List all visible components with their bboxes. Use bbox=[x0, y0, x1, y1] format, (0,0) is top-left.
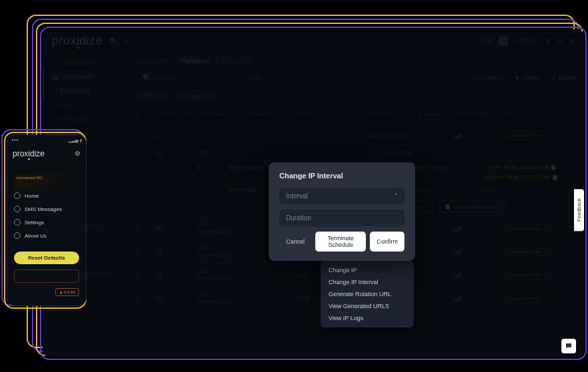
row-checkbox[interactable] bbox=[137, 294, 138, 302]
phone-footer-box bbox=[14, 270, 79, 283]
bulk-actions: Reboot Change IP bbox=[137, 90, 576, 102]
notif-dot[interactable] bbox=[557, 38, 563, 43]
download-icon: ⭳ bbox=[551, 75, 557, 81]
ctx-change-ip[interactable]: Change IP bbox=[321, 264, 414, 276]
signal-icon bbox=[454, 132, 500, 139]
sms-icon bbox=[14, 206, 21, 212]
copy-rotation-button[interactable]: 📋 Copy Rotation URL bbox=[438, 201, 506, 212]
columns-button[interactable]: ◫Columns bbox=[471, 75, 503, 81]
phone-screen: ●●●▂▃▅ ▮ proxidize ⚙ connected MG Home S… bbox=[7, 134, 86, 306]
ctx-view-logs[interactable]: View IP Logs bbox=[321, 312, 414, 324]
status-badge: Connected IPv4 bbox=[503, 271, 549, 279]
status-dot bbox=[545, 38, 551, 43]
chip-icon: ▦ bbox=[52, 74, 59, 81]
sidebar-item-endpoints[interactable]: Endpoints bbox=[43, 84, 129, 98]
chat-fab[interactable] bbox=[561, 339, 576, 353]
search-input[interactable]: 🔍 Search… bbox=[137, 71, 237, 85]
reset-defaults-button[interactable]: Reset Defaults bbox=[14, 252, 79, 264]
antenna-icon: ᯤ bbox=[368, 150, 374, 156]
table-row[interactable]: — 24 166.137.10.91 - Connected IPv4 bbox=[137, 126, 576, 144]
phone-mockup: ●●●▂▃▅ ▮ proxidize ⚙ connected MG Home S… bbox=[4, 132, 84, 303]
filters-button[interactable]: ▼Filters bbox=[515, 75, 539, 81]
sidebar-item-hosts[interactable]: Hosts bbox=[43, 98, 129, 112]
status-badge: Connected IPv4 bbox=[503, 224, 549, 233]
reboot-button[interactable]: Reboot bbox=[137, 90, 170, 102]
expand-icon[interactable]: — bbox=[137, 132, 153, 139]
sim-icon: ▭ bbox=[197, 187, 203, 194]
row-checkbox[interactable] bbox=[137, 248, 138, 256]
ctx-change-ip-interval[interactable]: Change IP Interval bbox=[321, 276, 414, 288]
ctx-view-urls[interactable]: View Generated URLS bbox=[321, 300, 414, 312]
feedback-tab[interactable]: Feedback bbox=[574, 189, 584, 231]
phone-menu: Home SMS Messages Settings About Us bbox=[7, 185, 86, 246]
table-header: Endpoint Index Host Name Nickname Model … bbox=[137, 108, 576, 126]
chevron-down-icon: ˅ bbox=[394, 192, 398, 200]
brand-logo: proxidize bbox=[52, 34, 103, 48]
top-bar: proxidize 🔍 ⇄ 0.00 744SLP bbox=[43, 29, 584, 52]
status-badge: Connected IPv4 bbox=[503, 131, 549, 140]
toolbar: 🔍 Search… Host˅ ◫Columns ▼Filters ⭳Expor… bbox=[137, 71, 576, 85]
sidebar-item-simcards[interactable]: SIM Cards bbox=[43, 112, 129, 126]
change-ip-button[interactable]: Change IP bbox=[175, 90, 217, 102]
phone-version-badge: ▲ 0.0.99 bbox=[55, 288, 79, 296]
qr-icon[interactable] bbox=[499, 36, 508, 45]
host-dropdown[interactable]: Host˅ bbox=[242, 71, 322, 85]
chat-icon bbox=[565, 342, 573, 350]
app-window: proxidize 🔍 ⇄ 0.00 744SLP Dashboard• Har… bbox=[43, 29, 584, 357]
server-code: 744SLP bbox=[515, 37, 539, 45]
filter-icon: ▼ bbox=[515, 75, 521, 81]
context-menu: Change IP Change IP Interval Generate Ro… bbox=[321, 261, 414, 327]
status-badge: Connected IPv4 bbox=[503, 248, 549, 256]
select-all-checkbox[interactable] bbox=[137, 110, 138, 118]
phone-status-card: connected MG bbox=[14, 174, 67, 191]
export-button[interactable]: ⭳Export bbox=[551, 75, 576, 81]
phone-item-about[interactable]: About Us bbox=[7, 229, 86, 242]
info-icon bbox=[14, 232, 21, 239]
phone-statusbar: ●●●▂▃▅ ▮ bbox=[7, 135, 86, 145]
row-checkbox[interactable] bbox=[137, 271, 138, 279]
duration-input[interactable]: Duration bbox=[279, 210, 404, 226]
columns-icon: ◫ bbox=[471, 75, 477, 81]
home-icon bbox=[14, 192, 21, 199]
search-icon[interactable]: 🔍 bbox=[110, 37, 118, 45]
crumb-dashboard[interactable]: Dashboard bbox=[136, 57, 168, 65]
crumb-hardware[interactable]: Hardware bbox=[181, 57, 210, 65]
sidebar-item-dashboard[interactable]: ◌Dashboard bbox=[43, 56, 129, 70]
modal-title: Change IP Interval bbox=[279, 172, 404, 180]
top-filter-icon[interactable]: ⇄ bbox=[124, 37, 130, 45]
phone-item-sms[interactable]: SMS Messages bbox=[7, 202, 86, 216]
cancel-button[interactable]: Cancel bbox=[279, 232, 311, 252]
gauge-icon: ◌ bbox=[51, 60, 57, 67]
interval-select[interactable]: Interval ˅ bbox=[279, 188, 404, 204]
signal-icon bbox=[454, 295, 500, 301]
phone-item-settings[interactable]: Settings bbox=[7, 216, 86, 229]
signal-icon bbox=[454, 248, 500, 255]
row-checkbox[interactable] bbox=[137, 224, 138, 232]
avatar[interactable] bbox=[569, 38, 575, 43]
ctx-gen-rotation[interactable]: Generate Rotation URL bbox=[321, 288, 414, 300]
gear-icon[interactable]: ⚙ bbox=[74, 150, 80, 157]
crumb-endpoints[interactable]: Endpoints bbox=[223, 57, 252, 65]
signal-icon bbox=[454, 225, 500, 232]
globe-icon: ⊕ bbox=[197, 164, 202, 171]
terminate-schedule-button[interactable]: Terminate Schedule bbox=[315, 232, 366, 252]
signal-icon bbox=[454, 272, 500, 278]
table-row[interactable]: ˄ 19 IMEI ᯤ Public IPv6 - bbox=[137, 144, 576, 161]
balance: 0.00 bbox=[480, 37, 492, 45]
confirm-button[interactable]: Confirm bbox=[370, 232, 404, 252]
chevron-down-icon: ˅ bbox=[313, 74, 317, 81]
change-ip-interval-modal: Change IP Interval Interval ˅ Duration C… bbox=[269, 162, 415, 261]
status-badge: Connected IPv4 bbox=[503, 294, 549, 303]
phone-item-home[interactable]: Home bbox=[7, 189, 86, 202]
sidebar-item-hardware[interactable]: ▦Hardware bbox=[43, 70, 129, 84]
collapse-icon[interactable]: ˄ bbox=[137, 150, 153, 156]
settings-icon bbox=[14, 219, 21, 226]
